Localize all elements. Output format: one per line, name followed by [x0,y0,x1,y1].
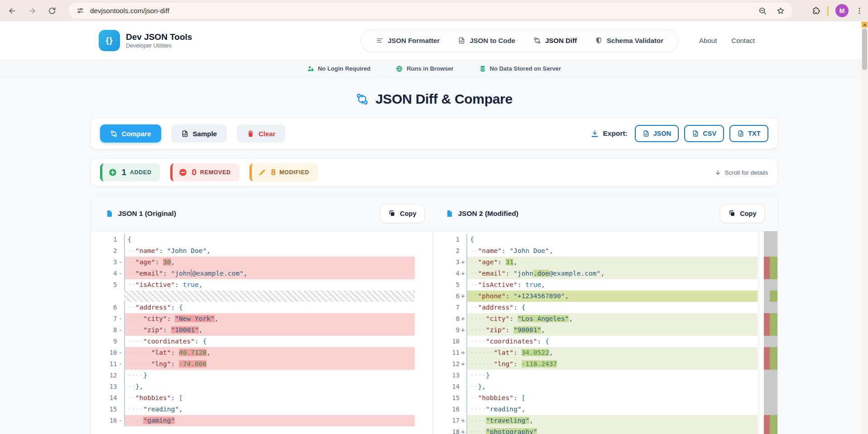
line-number: 2 [91,245,117,257]
line-number: 3 [433,257,460,268]
code-line: 16····"reading", [433,404,758,415]
export-group: Export: JSONCSVTXT [590,125,768,142]
browser-back-button[interactable] [5,3,20,19]
stat-removed: 0REMOVED [170,163,240,181]
line-number: 8 [91,324,117,336]
sample-button[interactable]: Sample [171,124,227,143]
line-change-sign: + [460,257,466,268]
trust-bar: No Login RequiredRuns in BrowserNo Data … [0,60,868,77]
code-line: 2··"name": "John Doe", [91,245,415,257]
nav-item-schema-validator[interactable]: Schema Validator [595,37,663,44]
line-number: 10 [433,336,460,347]
minimap-gutter [758,231,764,434]
copy-original-button[interactable]: Copy [380,204,424,223]
code-line: 14··"hobbies": [ [91,392,415,404]
stat-label: ADDED [130,169,151,176]
export-label: Export: [603,129,628,138]
bookmark-star-icon[interactable] [776,6,785,15]
panel-header-modified: JSON 2 (Modified) Copy [431,196,777,231]
code-editor-original[interactable]: 1{2··"name": "John Doe",3-··"age": 30,4-… [91,231,433,434]
line-number: 5 [433,279,460,291]
site-settings-icon[interactable] [76,6,85,15]
line-change-sign [117,381,124,392]
code-line: 5··"isActive": true, [433,279,758,291]
scrollbar-up-arrow[interactable] [862,22,868,28]
line-number: 9 [91,336,117,347]
page-scrollbar[interactable] [861,21,868,434]
copy-modified-button[interactable]: Copy [720,204,764,223]
line-number: 9 [433,324,460,336]
line-change-sign [460,392,466,404]
header-links: AboutContact [699,37,755,44]
line-change-sign [117,279,124,291]
extensions-icon[interactable] [811,6,820,15]
line-number: 1 [91,234,117,245]
export-csv-button[interactable]: CSV [684,125,724,142]
scroll-hint: Scroll for details [715,169,768,176]
diff-stats-bar: 1ADDED0REMOVED8MODIFIED Scroll for detai… [91,158,778,186]
zoom-icon[interactable] [758,6,767,15]
diff-icon [355,92,369,106]
stat-added: 1ADDED [100,163,160,181]
nav-item-json-formatter[interactable]: JSON Formatter [376,37,440,44]
line-change-sign: + [460,358,466,370]
line-number: 5 [91,279,117,291]
line-change-sign: + [460,347,466,358]
brand-subtitle: Developer Utilities [126,43,192,49]
header-link-contact[interactable]: Contact [731,37,755,44]
compare-button[interactable]: Compare [100,124,161,143]
code-line: 16-····"gaming" [91,415,415,426]
copy-icon [388,210,396,217]
line-change-sign [460,234,466,245]
line-change-sign [117,336,124,347]
code-line: 18+····"photography" [433,426,758,434]
code-line: 8+····"city": "Los Angeles", [433,313,758,324]
address-bar[interactable]: devjsontools.com/json-diff [69,3,792,19]
export-txt-button[interactable]: TXT [729,125,768,142]
code-line: 7··"address": { [433,302,758,313]
diff-icon [533,37,541,44]
code-editor-modified[interactable]: 1{2··"name": "John Doe",3+··"age": 31,4+… [433,231,777,434]
nav-item-json-to-code[interactable]: JSON to Code [458,37,515,44]
export-json-button[interactable]: JSON [635,125,679,142]
line-number: 14 [91,392,117,404]
file-csv-icon [692,130,699,137]
line-number: 7 [91,313,117,324]
pencil-icon [258,168,267,177]
brand[interactable]: {} Dev JSON Tools Developer Utilities [99,30,192,51]
code-line: 5··"isActive": true, [91,279,415,291]
shield-icon [595,37,603,44]
line-number: 17 [433,415,460,426]
arrow-left-icon [8,6,17,15]
line-number: 16 [433,404,460,415]
code-line: 17+····"traveling", [433,415,758,426]
line-change-sign: + [460,324,466,336]
code-line: 11+······"lat": 34.0522, [433,347,758,358]
code-line: 3+··"age": 31, [433,257,758,268]
trust-badge: No Data Stored on Server [479,65,561,72]
header-link-about[interactable]: About [699,37,717,44]
scrollbar-thumb[interactable] [862,29,867,70]
profile-avatar[interactable]: M [835,4,849,17]
browser-menu-icon[interactable] [855,7,863,15]
browser-reload-button[interactable] [44,3,60,19]
file-code-icon [181,130,189,138]
line-number: 16 [91,415,117,426]
line-number: 8 [433,313,460,324]
line-change-sign [460,302,466,313]
diff-panels-card: JSON 1 (Original) Copy JSON 2 (Modified) [91,196,778,434]
clear-button[interactable]: Clear [237,124,286,143]
trust-badge: No Login Required [307,65,370,72]
arrow-down-icon [715,169,721,176]
line-change-sign [460,404,466,415]
line-change-sign: - [117,313,124,324]
file-code-icon [643,130,650,137]
nav-item-json-diff[interactable]: JSON Diff [533,37,577,44]
line-number: 15 [91,404,117,415]
browser-forward-button[interactable] [24,3,40,19]
line-number: 3 [91,257,117,268]
brand-logo-icon: {} [99,30,120,51]
line-number: 11 [433,347,460,358]
url-text: devjsontools.com/json-diff [90,7,169,14]
stat-count: 8 [271,167,276,177]
